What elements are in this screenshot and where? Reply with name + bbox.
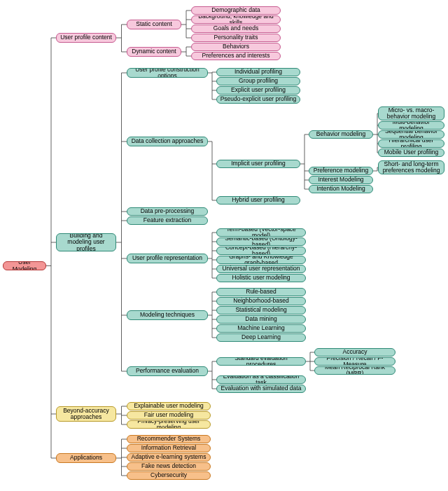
- node-ir: Information Retrieval: [127, 444, 211, 452]
- node-mobile: Mobile User profiling: [378, 148, 444, 157]
- node-sim: Evaluation with simulated data: [216, 385, 306, 393]
- node-prf: Precision / Recall / F-Measure: [314, 357, 396, 366]
- node-neigh: Neighborhood-based: [216, 297, 306, 305]
- node-micro: Micro- vs. macro- behavior modeling: [378, 106, 444, 120]
- node-pers: Personality traits: [191, 34, 281, 42]
- node-implicit: Implicit user profiling: [216, 160, 300, 168]
- node-universal: Universal user representation: [216, 265, 306, 273]
- node-pseudo: Pseudo-explicit user profiling: [216, 95, 300, 104]
- node-recsys: Recommender Systems: [127, 435, 211, 443]
- node-fair: Fair user modeling: [127, 411, 211, 420]
- node-acc: Accuracy: [314, 348, 396, 357]
- node-mrr: Mean Reciprocal Rank (MRR): [314, 366, 396, 375]
- node-hier: Hierarchical user profiling: [378, 139, 444, 148]
- node-feat: Feature extraction: [127, 216, 208, 225]
- node-root: User Modeling: [3, 261, 46, 270]
- node-prefmod: Preference modeling: [309, 167, 373, 175]
- node-group: Group profiling: [216, 77, 300, 85]
- node-hybrid: Hybrid user profiling: [216, 196, 300, 205]
- node-privacy: Privacy-preserving user modeling: [127, 420, 211, 429]
- node-rule: Rule-based: [216, 288, 306, 296]
- node-dl: Deep Learning: [216, 333, 306, 342]
- node-behav: Behaviors: [191, 43, 281, 51]
- node-fake: Fake news detection: [127, 462, 211, 471]
- node-intentmod: Intention Modeling: [309, 185, 373, 193]
- node-apps: Applications: [56, 453, 116, 463]
- node-indiv: Individual profiling: [216, 68, 300, 76]
- node-demog: Demographic data: [191, 6, 281, 15]
- node-dca: Data collection approaches: [127, 137, 208, 146]
- node-goals: Goals and needs: [191, 25, 281, 33]
- node-stat: Statistical modeling: [216, 306, 306, 314]
- node-perf: Performance evaluation: [127, 366, 208, 376]
- node-beyond: Beyond-accuracy approaches: [56, 406, 116, 422]
- node-cls: Evaluation as a classification task: [216, 375, 306, 384]
- node-stdproc: Standard evaluation procedures: [216, 357, 306, 366]
- node-holistic: Holistic user modeling: [216, 274, 306, 282]
- node-modtech: Modeling techniques: [127, 310, 208, 320]
- node-prefint: Preferences and interests: [191, 52, 281, 60]
- node-graphs: Graphs- and Knowledge graph-based: [216, 256, 306, 264]
- node-backg: Background, knowledge and skills: [191, 15, 281, 24]
- node-intmod: Interest Modeling: [309, 176, 373, 184]
- node-static: Static content: [127, 20, 181, 29]
- node-build: Building and modeling user profiles: [56, 233, 116, 251]
- node-upc: User profile content: [56, 33, 116, 43]
- node-ael: Adaptive e-learning systems: [127, 453, 211, 462]
- node-multibeh: Multi-behavior modeling: [378, 121, 444, 130]
- node-term: Term-based (Vector-space model): [216, 228, 306, 237]
- node-shortlong: Short- and long-term preferences modelin…: [378, 160, 444, 174]
- node-ml: Machine Learning: [216, 324, 306, 333]
- node-concept: Concept-based (Hierarchy-based): [216, 247, 306, 255]
- node-explain: Explainable user modeling: [127, 402, 211, 410]
- node-seqbeh: Sequential behavior modeling: [378, 130, 444, 139]
- mindmap-diagram: User ModelingUser profile contentStatic …: [0, 0, 448, 491]
- node-mining: Data mining: [216, 315, 306, 324]
- node-explicit: Explicit user profiling: [216, 86, 300, 95]
- node-uprep: User profile representation: [127, 254, 208, 263]
- node-datapre: Data pre-processing: [127, 207, 208, 216]
- node-behmod: Behavior modeling: [309, 130, 373, 139]
- node-semantic: Semantic-based (Ontology-based): [216, 237, 306, 246]
- node-dynamic: Dynamic content: [127, 47, 181, 57]
- node-cyber: Cybersecurity: [127, 471, 211, 480]
- node-upco: User profile construction options: [127, 68, 208, 78]
